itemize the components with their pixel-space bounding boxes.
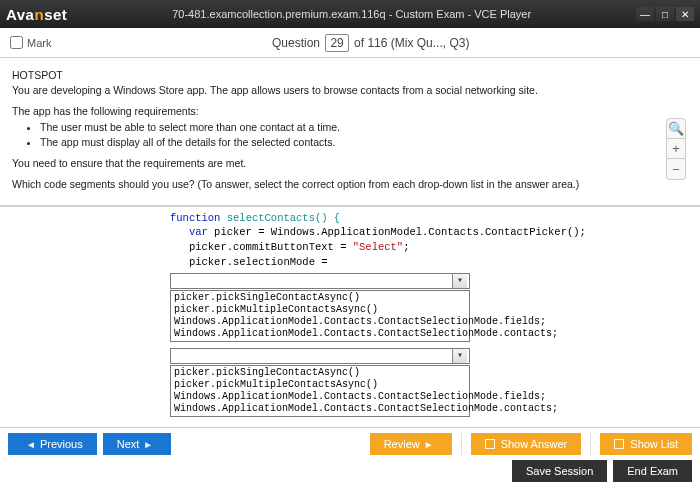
next-button[interactable]: Next► [103, 433, 172, 455]
question-number: 29 [325, 34, 348, 52]
dropdown-1[interactable] [170, 273, 470, 289]
maximize-button[interactable]: □ [656, 7, 674, 21]
question-text: HOTSPOT You are developing a Windows Sto… [0, 58, 700, 207]
mark-checkbox[interactable] [10, 36, 23, 49]
checkbox-icon [485, 439, 495, 449]
review-button[interactable]: Review► [370, 433, 452, 455]
zoom-in-button[interactable]: + [667, 139, 685, 159]
dropdown-1-options[interactable]: picker.pickSingleContactAsync() picker.p… [170, 290, 470, 342]
requirements-lead: The app has the following requirements: [12, 104, 640, 119]
code-line: picker.commitButtonText = "Select"; [170, 240, 688, 255]
search-icon[interactable]: 🔍 [667, 119, 685, 139]
chevron-left-icon: ◄ [26, 439, 36, 450]
chevron-right-icon: ► [143, 439, 153, 450]
end-exam-button[interactable]: End Exam [613, 460, 692, 482]
window-buttons: — □ ✕ [636, 7, 694, 21]
question-instruct: Which code segments should you use? (To … [12, 177, 640, 192]
zoom-out-button[interactable]: − [667, 159, 685, 179]
question-intro: You are developing a Windows Store app. … [12, 83, 640, 98]
minimize-button[interactable]: — [636, 7, 654, 21]
window-title: 70-481.examcollection.premium.exam.116q … [67, 8, 636, 20]
app-logo: Avanset [6, 6, 67, 23]
close-button[interactable]: ✕ [676, 7, 694, 21]
mark-checkbox-wrap[interactable]: Mark [10, 36, 51, 49]
answer-area: function selectContacts() { var picker =… [0, 207, 700, 422]
show-list-button[interactable]: Show List [600, 433, 692, 455]
previous-button[interactable]: ◄Previous [8, 433, 97, 455]
mark-label: Mark [27, 37, 51, 49]
hotspot-label: HOTSPOT [12, 68, 640, 83]
requirement-1: The user must be able to select more tha… [40, 120, 640, 135]
requirement-2: The app must display all of the details … [40, 135, 640, 150]
code-line: var picker = Windows.ApplicationModel.Co… [170, 225, 688, 240]
question-counter: Question 29 of 116 (Mix Qu..., Q3) [51, 36, 690, 50]
code-line: picker.selectionMode = [170, 255, 688, 270]
zoom-controls: 🔍 + − [666, 118, 686, 180]
footer: ◄Previous Next► Review► Show Answer Show… [0, 428, 700, 492]
question-ensure: You need to ensure that the requirements… [12, 156, 640, 171]
dropdown-2[interactable] [170, 348, 470, 364]
save-session-button[interactable]: Save Session [512, 460, 607, 482]
titlebar: Avanset 70-481.examcollection.premium.ex… [0, 0, 700, 28]
dropdown-2-options[interactable]: picker.pickSingleContactAsync() picker.p… [170, 365, 470, 417]
code-line: function selectContacts() { [170, 211, 688, 226]
content-area: HOTSPOT You are developing a Windows Sto… [0, 58, 700, 428]
chevron-right-icon: ► [424, 439, 434, 450]
checkbox-icon [614, 439, 624, 449]
show-answer-button[interactable]: Show Answer [471, 433, 582, 455]
question-header: Mark Question 29 of 116 (Mix Qu..., Q3) [0, 28, 700, 58]
